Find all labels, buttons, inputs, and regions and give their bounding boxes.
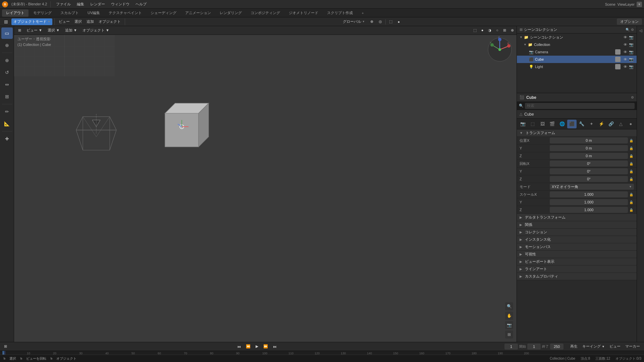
- select-menu[interactable]: 選択: [72, 18, 84, 25]
- tool-transform[interactable]: ⊞: [1, 91, 13, 102]
- prop-icon-output[interactable]: ⬚: [528, 120, 537, 128]
- scale-z-lock[interactable]: 🔒: [629, 207, 634, 213]
- properties-search-input[interactable]: 検索: [525, 103, 635, 109]
- tab-geometry-nodes[interactable]: ジオメトリノード: [285, 9, 322, 17]
- engine-selector[interactable]: ▼: [637, 2, 642, 7]
- position-x-input[interactable]: 0 m: [550, 137, 628, 143]
- menu-window[interactable]: ウィンドウ: [108, 1, 132, 7]
- prop-icon-constraints[interactable]: 🔗: [606, 120, 615, 128]
- position-z-lock[interactable]: 🔒: [629, 153, 634, 159]
- transform-section-header[interactable]: ▼ トランスフォーム: [517, 129, 637, 137]
- tab-layout[interactable]: レイアウト: [2, 9, 29, 17]
- prop-icon-material[interactable]: ●: [626, 120, 635, 128]
- viewport-gizmo-toggle[interactable]: ⊕: [509, 27, 516, 34]
- current-frame-input[interactable]: 1: [504, 344, 518, 350]
- tool-rotate[interactable]: ↺: [1, 67, 13, 78]
- menu-edit[interactable]: 編集: [74, 1, 87, 7]
- position-z-input[interactable]: 0 m: [550, 153, 628, 159]
- view-menu[interactable]: ビュー: [57, 18, 72, 25]
- viewport-view-menu[interactable]: ビュー ▼: [24, 27, 44, 34]
- jump-to-end[interactable]: ⏭: [271, 343, 279, 350]
- frame-selected[interactable]: ⊞: [505, 330, 513, 339]
- options-button[interactable]: オプション: [617, 18, 642, 25]
- outliner-item-light[interactable]: 💡 Light 👁 📷: [517, 63, 637, 70]
- outliner-item-scene-collection[interactable]: ▼ 📁 シーンコレクション 👁 📷: [517, 34, 637, 41]
- rotation-x-input[interactable]: 0°: [550, 161, 628, 167]
- tab-scripting[interactable]: スクリプト作成: [323, 9, 357, 17]
- tab-texture-paint[interactable]: テクスチャペイント: [105, 9, 146, 17]
- timeline-keying-menu[interactable]: キーイング ▼: [580, 343, 607, 350]
- jump-to-start[interactable]: ⏮: [235, 343, 243, 350]
- timeline-play-menu[interactable]: 再生: [568, 343, 580, 350]
- camera-vis-eye[interactable]: 👁: [623, 49, 628, 55]
- motion-paths-header[interactable]: ▶ モーションパス: [517, 243, 637, 251]
- prop-icon-view-layer[interactable]: 🖼: [538, 120, 547, 128]
- timeline-view-menu[interactable]: ビュー: [607, 343, 623, 350]
- mode-selector[interactable]: オブジェクトモード ▼: [11, 18, 52, 25]
- rotation-y-input[interactable]: 0°: [550, 168, 628, 174]
- light-vis-eye[interactable]: 👁: [623, 64, 628, 69]
- cube-vis-render[interactable]: 📷: [629, 57, 634, 62]
- viewport-shading-wire[interactable]: ⬚: [471, 27, 479, 34]
- step-back[interactable]: ⏪: [244, 343, 253, 350]
- sidebar-toggle-1[interactable]: ◁: [638, 27, 644, 34]
- zoom-out[interactable]: ✋: [505, 312, 513, 320]
- scale-x-input[interactable]: 1.000: [550, 191, 628, 197]
- proportional-toggle[interactable]: ◎: [377, 18, 384, 25]
- light-vis-render[interactable]: 📷: [629, 64, 634, 69]
- viewport-shading[interactable]: ●: [396, 18, 402, 25]
- prop-icon-data[interactable]: △: [616, 120, 626, 128]
- xray-toggle[interactable]: ⬚: [387, 18, 394, 25]
- viewport-editor-icon[interactable]: ⊞: [16, 27, 23, 34]
- scale-z-input[interactable]: 1.000: [550, 207, 628, 213]
- prop-icon-scene[interactable]: 🎬: [548, 120, 557, 128]
- scale-y-input[interactable]: 1.000: [550, 199, 628, 205]
- tool-annotate[interactable]: ✏: [1, 106, 13, 117]
- scale-y-lock[interactable]: 🔒: [629, 199, 634, 205]
- outliner-item-collection[interactable]: ▼ 📁 Collection 👁 📷: [517, 41, 637, 48]
- collection-vis-render[interactable]: 📷: [629, 42, 634, 47]
- menu-help[interactable]: ヘルプ: [133, 1, 149, 7]
- step-forward[interactable]: ⏩: [261, 343, 270, 350]
- outliner-item-camera[interactable]: 📷 Camera 👁 📷: [517, 48, 637, 56]
- camera-view[interactable]: 📷: [505, 321, 513, 329]
- start-frame-input[interactable]: 1: [527, 344, 541, 350]
- rotation-x-lock[interactable]: 🔒: [629, 161, 634, 166]
- tool-cursor[interactable]: ⊕: [1, 40, 13, 51]
- scene-collection-vis-eye[interactable]: 👁: [623, 35, 628, 40]
- viewport[interactable]: ⊞ ビュー ▼ 選択 ▼ 追加 ▼ オブジェクト ▼ ⬚ ● ◑ ○ ⊞ ⊕ ユ…: [14, 26, 517, 342]
- instancing-header[interactable]: ▶ インスタンス化: [517, 236, 637, 243]
- tab-animation[interactable]: アニメーション: [181, 9, 215, 17]
- viewport-overlay-toggle[interactable]: ⊞: [501, 27, 508, 34]
- editor-type-icon[interactable]: ⊞: [2, 18, 10, 25]
- prop-icon-object[interactable]: ⬛: [567, 120, 576, 128]
- prop-icon-render[interactable]: 📷: [518, 120, 527, 128]
- tool-select-box[interactable]: ▭: [1, 27, 13, 39]
- prop-icon-modifier[interactable]: 🔧: [577, 120, 586, 128]
- properties-scroll-area[interactable]: ▼ トランスフォーム 位置 X 0 m 🔒 Y 0 m 🔒: [517, 129, 637, 342]
- cube-vis-eye[interactable]: 👁: [623, 57, 628, 62]
- rotation-z-lock[interactable]: 🔒: [629, 176, 634, 182]
- tab-uv[interactable]: UV編集: [84, 9, 104, 17]
- end-frame-input[interactable]: 250: [550, 344, 564, 350]
- viewport-shading-solid[interactable]: ●: [479, 27, 486, 34]
- outliner-item-cube[interactable]: ⬛ Cube 👁 📷: [517, 56, 637, 63]
- relations-header[interactable]: ▶ 関係: [517, 221, 637, 229]
- lineart-header[interactable]: ▶ ラインアート: [517, 265, 637, 273]
- timeline-editor-icon[interactable]: ⊞: [2, 343, 9, 350]
- menu-file[interactable]: ファイル: [53, 1, 73, 7]
- scene-collection-vis-render[interactable]: 📷: [629, 35, 634, 40]
- tab-rendering[interactable]: レンダリング: [216, 9, 246, 17]
- position-x-lock[interactable]: 🔒: [629, 138, 634, 143]
- viewport-display-header[interactable]: ▶ ビューポート表示: [517, 258, 637, 265]
- viewport-shading-render[interactable]: ○: [494, 27, 500, 34]
- rotation-y-lock[interactable]: 🔒: [629, 169, 634, 174]
- viewport-object-menu[interactable]: オブジェクト ▼: [80, 27, 111, 34]
- tool-add[interactable]: ✚: [1, 133, 13, 144]
- rotation-mode-select[interactable]: XYZ オイラー角 ▼: [550, 184, 634, 190]
- play-button[interactable]: ▶: [254, 343, 260, 350]
- tab-shading[interactable]: シェーディング: [147, 9, 180, 17]
- tool-measure[interactable]: 📐: [1, 118, 13, 129]
- viewport-add-menu[interactable]: 追加 ▼: [63, 27, 79, 34]
- rotation-z-input[interactable]: 0°: [550, 176, 628, 182]
